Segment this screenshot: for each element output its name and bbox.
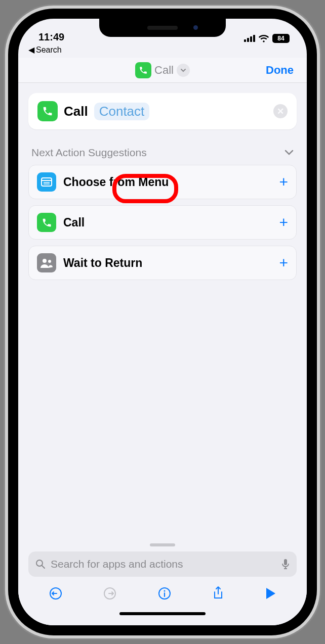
nav-title: Call: [154, 64, 174, 77]
svg-point-8: [43, 259, 47, 263]
nav-title-group[interactable]: Call: [135, 62, 190, 78]
suggestion-label: Wait to Return: [63, 256, 142, 270]
action-card[interactable]: Call Contact ✕: [28, 93, 297, 129]
suggestions-title: Next Action Suggestions: [31, 147, 147, 159]
menu-icon: [37, 172, 56, 192]
svg-rect-1: [247, 38, 249, 42]
suggestion-call[interactable]: Call +: [28, 205, 297, 240]
svg-rect-2: [250, 36, 252, 42]
add-button[interactable]: +: [279, 173, 288, 191]
suggestion-choose-from-menu[interactable]: Choose from Menu +: [28, 165, 297, 199]
phone-icon: [37, 101, 58, 121]
svg-rect-4: [42, 178, 52, 186]
add-button[interactable]: +: [279, 214, 288, 231]
battery-icon: 84: [272, 34, 290, 43]
action-verb: Call: [64, 104, 88, 119]
suggestion-label: Choose from Menu: [63, 175, 169, 189]
back-triangle-icon: ◀: [28, 45, 34, 55]
redo-button: [103, 586, 117, 601]
wifi-icon: [258, 34, 269, 42]
svg-point-18: [164, 590, 165, 592]
svg-rect-0: [244, 39, 246, 42]
share-button[interactable]: [212, 586, 224, 601]
clear-button[interactable]: ✕: [273, 104, 288, 118]
search-icon: [35, 559, 46, 569]
device-notch: [99, 19, 226, 37]
cellular-icon: [244, 35, 255, 42]
home-indicator[interactable]: [119, 612, 206, 615]
breadcrumb-label: Search: [36, 45, 62, 55]
chevron-down-icon: [285, 150, 294, 156]
mic-icon[interactable]: [281, 559, 290, 570]
done-button[interactable]: Done: [266, 64, 294, 77]
svg-point-9: [48, 260, 51, 263]
play-button[interactable]: [264, 587, 276, 600]
chevron-down-icon: [177, 64, 190, 77]
phone-icon: [37, 213, 56, 232]
svg-rect-3: [253, 35, 255, 42]
people-icon: [37, 253, 56, 272]
add-button[interactable]: +: [279, 254, 288, 271]
suggestion-label: Call: [63, 216, 85, 229]
bottom-panel: Search for apps and actions: [18, 543, 307, 625]
search-input[interactable]: Search for apps and actions: [28, 551, 297, 577]
svg-point-10: [36, 560, 43, 566]
toolbar: [28, 577, 297, 610]
undo-button[interactable]: [49, 586, 63, 601]
phone-icon: [135, 62, 151, 78]
contact-parameter[interactable]: Contact: [94, 103, 150, 120]
search-placeholder: Search for apps and actions: [51, 558, 276, 570]
close-icon: ✕: [277, 106, 284, 117]
suggestion-wait-to-return[interactable]: Wait to Return +: [28, 246, 297, 280]
suggestions-header[interactable]: Next Action Suggestions: [31, 147, 294, 159]
svg-line-11: [42, 566, 45, 568]
breadcrumb[interactable]: ◀ Search: [18, 44, 307, 58]
main-content: Call Contact ✕ Next Action Suggestions C…: [18, 83, 307, 543]
nav-bar: Call Done: [18, 58, 307, 83]
status-time: 11:49: [38, 31, 64, 43]
info-button[interactable]: [157, 586, 172, 601]
svg-rect-12: [284, 559, 287, 565]
drag-handle[interactable]: [150, 543, 175, 546]
